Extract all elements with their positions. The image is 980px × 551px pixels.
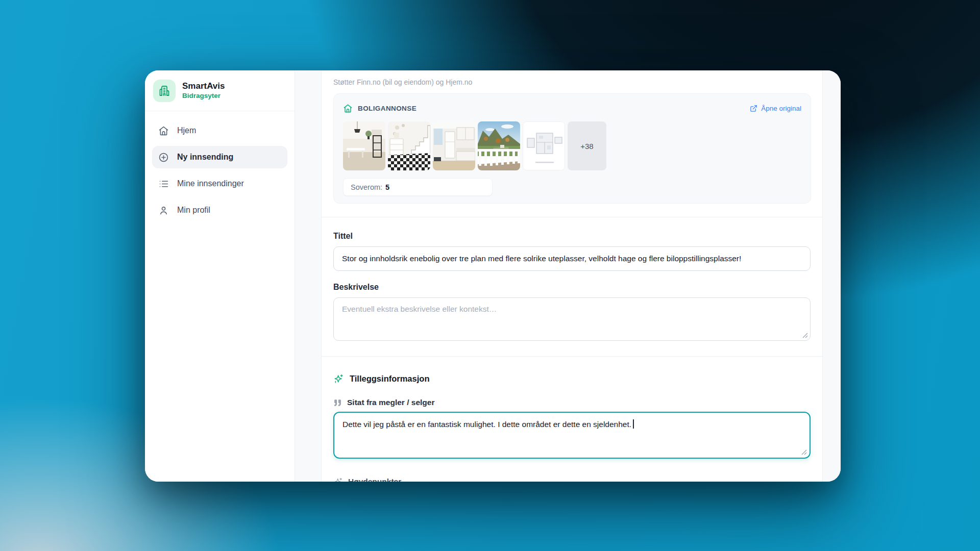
brand-role: Bidragsyter [182,91,225,101]
sidebar-item-hjem[interactable]: Hjem [152,119,287,142]
quote-icon [333,398,342,407]
sidebar: SmartAvis Bidragsyter Hjem Ny innsending [145,70,295,482]
brand: SmartAvis Bidragsyter [145,70,295,111]
submission-panel: Støtter Finn.no (bil og eiendom) og Hjem… [321,70,823,482]
external-link-icon [750,105,757,112]
sidebar-item-ny-innsending[interactable]: Ny innsending [152,146,287,168]
plus-circle-icon [158,152,169,163]
sidebar-item-label: Ny innsending [177,153,233,162]
bedrooms-fact-chip: Soverom: 5 [343,178,493,196]
sidebar-item-mine-innsendinger[interactable]: Mine innsendinger [152,172,287,195]
listing-photo-balcony-view[interactable] [478,121,520,170]
listing-photo-hallway[interactable] [388,121,430,170]
sidebar-item-label: Min profil [177,206,210,215]
list-icon [158,179,169,189]
listing-photo-floor-plan[interactable] [523,121,565,170]
user-icon [158,205,169,216]
listing-preview-card: BOLIGANNONSE Åpne original [333,93,811,204]
title-input[interactable] [333,246,811,271]
house-icon [343,104,353,113]
quote-textarea[interactable]: Dette vil jeg påstå er en fantastisk mul… [333,412,811,459]
supported-sources-note: Støtter Finn.no (bil og eiendom) og Hjem… [322,77,822,87]
listing-type-label: BOLIGANNONSE [358,105,416,112]
additional-info-section: Tilleggsinformasjon Sitat fra megler / s… [322,357,822,482]
sidebar-item-label: Hjem [177,126,196,135]
open-original-label: Åpne original [761,105,801,112]
quote-label: Sitat fra megler / selger [347,398,434,407]
description-textarea[interactable] [333,297,811,341]
listing-photo-living-room[interactable] [343,121,385,170]
highlights-section-header: Høydepunkter [333,476,811,482]
main-area: Støtter Finn.no (bil og eiendom) og Hjem… [295,70,841,482]
brand-name: SmartAvis [182,81,225,91]
sparkles-icon [333,477,343,482]
more-photos-count: +38 [580,142,593,151]
quote-text: Dette vil jeg påstå er en fantastisk mul… [342,420,631,429]
text-cursor [633,419,634,429]
sidebar-item-min-profil[interactable]: Min profil [152,199,287,221]
resize-handle-icon [801,449,807,455]
bedrooms-fact-value: 5 [385,183,389,191]
sidebar-item-label: Mine innsendinger [177,179,244,188]
description-label: Beskrivelse [333,282,811,292]
form-section: Tittel Beskrivelse [322,217,822,357]
open-original-link[interactable]: Åpne original [750,105,801,112]
sidebar-nav: Hjem Ny innsending Mine innsendinger [145,111,295,234]
more-photos-tile[interactable]: +38 [568,121,606,170]
smartavis-logo-icon [153,80,176,102]
highlights-label: Høydepunkter [348,477,401,482]
listing-photo-kitchen[interactable] [433,121,475,170]
additional-info-title: Tilleggsinformasjon [350,374,429,384]
photo-thumbnails: +38 [343,121,801,170]
app-window: SmartAvis Bidragsyter Hjem Ny innsending [145,70,841,482]
bedrooms-fact-label: Soverom: [351,183,382,191]
title-label: Tittel [333,231,811,241]
home-icon [158,126,169,136]
sparkles-icon [333,373,344,384]
